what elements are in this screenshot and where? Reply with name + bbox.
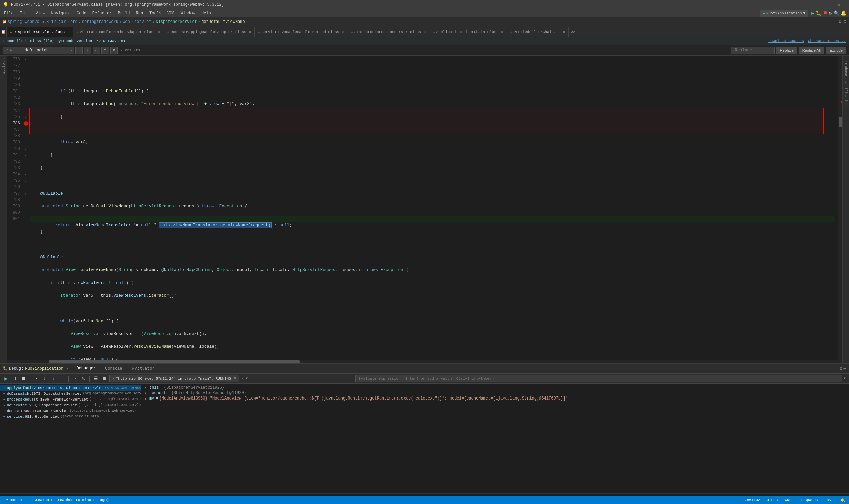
- debug-settings-icon[interactable]: ⚙: [839, 365, 842, 371]
- search-options-button[interactable]: ⚙: [110, 47, 118, 54]
- frames-button[interactable]: ☰: [92, 375, 100, 383]
- choose-sources-link[interactable]: Choose Sources...: [808, 39, 846, 43]
- stop-debug-button[interactable]: ⏹: [19, 375, 28, 383]
- status-notifications-count[interactable]: 🔔: [839, 498, 846, 502]
- replace-button[interactable]: Replace: [776, 47, 797, 54]
- menu-edit[interactable]: Edit: [17, 11, 32, 16]
- nav-expand-icon[interactable]: ⊞: [844, 19, 846, 24]
- tab-app-filter[interactable]: ☕ ApplicationFilterChain.class ✕: [429, 26, 507, 37]
- stack-frame-process[interactable]: ↪ processRequest:1006, FrameworkServlet …: [0, 396, 141, 402]
- var-request[interactable]: ▶ request = {ShiroHttpServletRequest@119…: [141, 391, 849, 396]
- resume-button[interactable]: ▶: [2, 375, 10, 383]
- stack-frame-service[interactable]: ↪ service:681, HttpServlet (javax.servle…: [0, 414, 141, 419]
- debug-close-tab[interactable]: ✕: [66, 366, 68, 371]
- search-clear-icon[interactable]: ✕: [70, 48, 72, 52]
- exclude-button[interactable]: Exclude: [826, 47, 846, 54]
- tab-servlet-invocable[interactable]: ☕ ServletInvocableHandlerMethod.class ✕: [255, 26, 348, 37]
- notifications-side-icon[interactable]: Notifications: [843, 80, 848, 109]
- scrollbar-track[interactable]: [837, 56, 842, 360]
- download-sources-link[interactable]: Download Sources: [769, 39, 804, 43]
- force-step-into-button[interactable]: ⇓: [49, 375, 57, 383]
- menu-build[interactable]: Build: [115, 11, 132, 16]
- pause-button[interactable]: ⏸: [11, 375, 19, 383]
- stack-frame-dopost[interactable]: ↪ doPost:909, FrameworkServlet (org.spri…: [0, 408, 141, 414]
- stop-button[interactable]: ⏹: [823, 11, 828, 16]
- horizontal-scrollbar[interactable]: [7, 360, 842, 363]
- nav-class[interactable]: DispatcherServlet: [156, 19, 197, 24]
- minimize-button[interactable]: —: [800, 0, 815, 10]
- tab-dispatcher-servlet[interactable]: ☕ DispatcherServlet.class ✕: [7, 26, 73, 37]
- threads-button[interactable]: ⊞: [101, 375, 109, 383]
- nav-settings-icon[interactable]: ⚙: [839, 19, 841, 24]
- status-position[interactable]: 786:102: [743, 498, 761, 502]
- project-tab[interactable]: Project: [1, 57, 6, 75]
- menu-refactor[interactable]: Refactor: [90, 11, 114, 16]
- tab-close-6-icon[interactable]: ✕: [501, 30, 503, 34]
- replace-all-button[interactable]: Replace All: [799, 47, 825, 54]
- restore-button[interactable]: ❐: [815, 0, 831, 10]
- search-prev-button[interactable]: ↑: [75, 47, 83, 54]
- tab-close-4-icon[interactable]: ✕: [342, 30, 344, 34]
- close-button[interactable]: ✕: [831, 0, 846, 10]
- status-line-ending[interactable]: CRLF: [783, 498, 795, 502]
- notifications-button[interactable]: 🔔: [841, 11, 846, 16]
- tab-proxied[interactable]: ☕ ProxiedFilterChain... ✕: [507, 26, 569, 37]
- filter-results-button[interactable]: ⊞: [102, 47, 109, 54]
- nav-org[interactable]: org: [70, 19, 78, 24]
- tab-request-mapping[interactable]: ☕ RequestMappingHandlerAdapter.class ✕: [164, 26, 255, 37]
- run-to-cursor-button[interactable]: →: [71, 375, 78, 383]
- sidebar-toggle[interactable]: 📋: [0, 26, 7, 37]
- tab-close-3-icon[interactable]: ✕: [249, 30, 251, 34]
- tab-close-2-icon[interactable]: ✕: [158, 30, 160, 34]
- replace-input[interactable]: [733, 47, 773, 54]
- menu-window[interactable]: Window: [178, 11, 198, 16]
- code-content[interactable]: if (this.logger.isDebugEnabled()) { this…: [29, 56, 837, 360]
- menu-code[interactable]: Code: [74, 11, 89, 16]
- step-over-button[interactable]: ↷: [32, 375, 40, 383]
- evaluate-expression-input[interactable]: [356, 375, 842, 382]
- menu-tools[interactable]: Tools: [146, 11, 164, 16]
- stack-frame-apply[interactable]: ↪ applyDefaultViewName:1119, DispatcherS…: [0, 385, 141, 391]
- nav-springframework[interactable]: springframework: [82, 19, 118, 24]
- var-mv[interactable]: ▶ mv = {ModelAndView@13960} "ModelAndVie…: [141, 396, 849, 401]
- wrap-search-button[interactable]: ↵: [93, 47, 100, 54]
- run-button[interactable]: ▶: [811, 11, 814, 16]
- nav-method[interactable]: getDefaultViewName: [201, 19, 245, 24]
- search-next-button[interactable]: ↓: [84, 47, 91, 54]
- run-config-selector[interactable]: ▶ RuoYiApplication ▼: [760, 10, 808, 17]
- tab-standard-expression[interactable]: ☕ StandardExpressionParser.class ✕: [347, 26, 429, 37]
- tab-overflow-button[interactable]: ≫: [569, 26, 577, 37]
- breakpoint-marker[interactable]: [23, 121, 28, 126]
- step-into-button[interactable]: ↓: [41, 375, 49, 383]
- search-input[interactable]: [22, 47, 70, 54]
- menu-run[interactable]: Run: [133, 11, 146, 16]
- debug-tab-debugger[interactable]: Debugger: [72, 364, 100, 373]
- step-out-button[interactable]: ↑: [58, 375, 66, 383]
- thread-selector[interactable]: ✓ *http-nio-80-exec-5*@11,244 in group "…: [109, 375, 239, 382]
- menu-navigate[interactable]: Navigate: [48, 11, 73, 16]
- debug-tab-actuator[interactable]: ⚙Actuator: [128, 364, 159, 373]
- tab-abstract-handler[interactable]: ☕ AbstractHandlerMethodAdapter.class ✕: [73, 26, 164, 37]
- menu-help[interactable]: Help: [199, 11, 214, 16]
- nav-web[interactable]: web: [123, 19, 130, 24]
- tab-close-5-icon[interactable]: ✕: [424, 30, 426, 34]
- debug-tab-console[interactable]: Console: [101, 364, 126, 373]
- debug-minimize-icon[interactable]: —: [844, 365, 846, 371]
- stack-frame-dodispatch[interactable]: ↪ doDispatch:1073, DispatcherServlet (or…: [0, 391, 141, 396]
- status-encoding[interactable]: UTF-8: [765, 498, 779, 502]
- menu-file[interactable]: File: [1, 11, 16, 16]
- menu-vcs[interactable]: VCS: [165, 11, 177, 16]
- nav-jar[interactable]: spring-webmvc-5.3.12.jar: [8, 19, 66, 24]
- status-indent[interactable]: 4 spaces: [799, 498, 819, 502]
- nav-servlet[interactable]: servlet: [134, 19, 151, 24]
- search-everywhere-button[interactable]: 🔍: [833, 11, 839, 16]
- evaluate-button[interactable]: ✎: [79, 375, 87, 383]
- database-icon[interactable]: Database: [843, 58, 848, 77]
- status-lang[interactable]: Java: [824, 498, 835, 502]
- tab-close-icon[interactable]: ✕: [67, 30, 69, 34]
- debug-run-button[interactable]: 🐛: [816, 11, 821, 16]
- menu-view[interactable]: View: [33, 11, 48, 16]
- settings-button[interactable]: ⚙: [829, 11, 832, 16]
- var-this[interactable]: ▶ this = {DispatcherServlet@11926}: [141, 385, 849, 391]
- filter-icon[interactable]: ⊲: [241, 376, 244, 381]
